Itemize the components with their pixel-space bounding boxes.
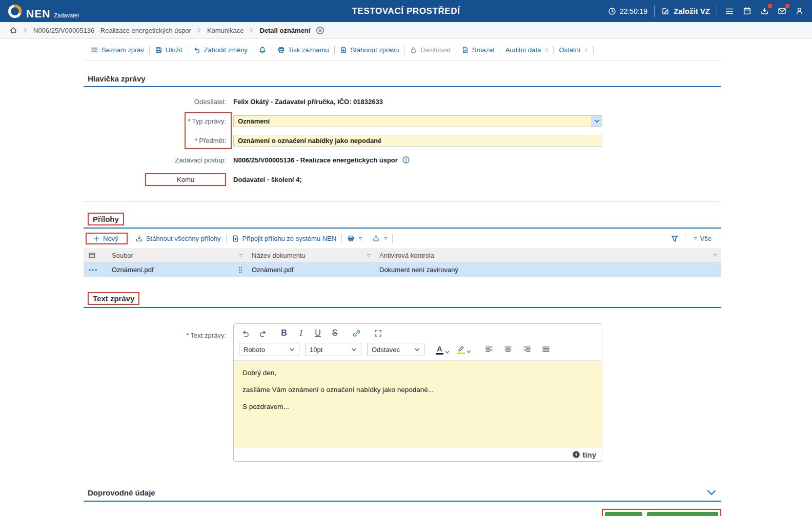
message-type-value: Oznámení — [234, 117, 592, 125]
watchdog-button[interactable] — [253, 46, 272, 54]
messages-button[interactable] — [777, 6, 787, 16]
cell-document-name[interactable]: Oznámení.pdf — [247, 262, 375, 277]
dropdown-triangle-icon: ▽ — [359, 237, 362, 241]
align-justify-button[interactable] — [539, 343, 553, 356]
send-button[interactable]: Odeslat — [605, 512, 642, 516]
subject-input[interactable]: Oznámení o označení nabídky jako nepodan… — [233, 135, 602, 147]
cell-file[interactable]: Oznámení.pdf — [107, 262, 247, 277]
underline-button[interactable]: U — [311, 326, 324, 340]
recipients-button[interactable]: Komu — [145, 173, 226, 186]
section-title: Hlavička zprávy — [88, 74, 146, 83]
other-actions-button[interactable]: Ostatní▽ — [554, 46, 593, 54]
annotation-box-footer-buttons: Odeslat Podepsat a odeslat — [602, 509, 721, 516]
message-list-button[interactable]: Seznam zpráv — [86, 46, 149, 54]
file-delete-icon — [461, 46, 469, 54]
column-filter-icon[interactable]: ▽ — [714, 254, 717, 258]
italic-button[interactable]: I — [294, 326, 308, 340]
chevron-right-icon — [249, 27, 254, 33]
message-type-select[interactable]: Oznámení — [233, 115, 602, 127]
export-attachments-button[interactable]: ▽ — [367, 235, 392, 242]
editor-redo-button[interactable] — [256, 326, 269, 340]
delete-button[interactable]: Smazat — [456, 46, 500, 54]
block-format-select[interactable]: Odstavec — [367, 343, 424, 356]
unlock-icon — [410, 46, 417, 54]
recipients-row: Komu Dodavatel - školení 4; — [84, 173, 721, 186]
print-record-button[interactable]: Tisk záznamu — [272, 46, 334, 54]
sign-and-send-button[interactable]: Podepsat a odeslat — [647, 512, 718, 516]
message-type-row: *Typ zprávy: Oznámení — [84, 115, 721, 127]
downloads-button[interactable] — [759, 6, 770, 16]
chevron-down-icon — [466, 349, 471, 354]
align-center-button[interactable] — [501, 343, 515, 356]
nen-logo[interactable]: NEN Zadavatel — [7, 4, 79, 19]
printer-icon — [277, 46, 285, 54]
subject-row: *Předmět: Oznámení o označení nabídky ja… — [84, 134, 721, 147]
recipients-label-cell: Komu — [84, 173, 230, 186]
info-icon[interactable] — [402, 156, 410, 164]
create-vz-button[interactable]: Založit VZ — [661, 7, 710, 15]
save-button[interactable]: Uložit — [150, 46, 188, 54]
breadcrumb-item-communication[interactable]: Komunikace — [207, 27, 244, 34]
discard-changes-button[interactable]: Zahodit změny — [188, 46, 253, 54]
download-all-attachments-button[interactable]: Stáhnout všechny přílohy — [130, 235, 226, 242]
sender-row: Odesílatel: Felix Okátý - Zadavatel přír… — [84, 95, 721, 108]
plus-icon — [93, 235, 100, 242]
filter-button[interactable] — [669, 235, 680, 243]
chevron-down-icon[interactable] — [706, 487, 717, 498]
breadcrumb-item-procedure[interactable]: N006/25/V00005136 - Realizace energetick… — [33, 27, 191, 34]
editor-undo-button[interactable] — [239, 326, 252, 340]
envelope-icon — [778, 7, 786, 15]
column-header-document-name[interactable]: Název dokumentu ▽ — [247, 249, 375, 262]
close-tab-button[interactable] — [316, 26, 324, 35]
editor-content[interactable]: Dobrý den, zasíláme Vám oznámení o označ… — [234, 361, 602, 448]
download-message-button[interactable]: Stáhnout zprávu — [335, 46, 404, 54]
attach-from-nen-button[interactable]: Připojit přílohu ze systému NEN — [227, 235, 342, 242]
show-all-filter-button[interactable]: ▽ Vše — [691, 235, 714, 242]
grid-icon — [88, 252, 96, 259]
select-dropdown-box[interactable] — [592, 116, 602, 127]
column-header-antivirus[interactable]: Antivirová kontrola ▽ — [375, 249, 721, 262]
accompanying-data-header[interactable]: Doprovodné údaje — [84, 484, 721, 502]
drag-handle-icon[interactable] — [238, 266, 242, 274]
row-actions-cell[interactable] — [84, 262, 107, 277]
main-menu-button[interactable] — [724, 6, 735, 17]
dropdown-triangle-icon: ▽ — [384, 237, 387, 241]
highlight-color-button[interactable] — [456, 344, 472, 355]
calendar-button[interactable] — [742, 6, 753, 16]
column-header-file[interactable]: Soubor ▽ — [107, 249, 247, 262]
strikethrough-button[interactable]: S — [328, 326, 341, 340]
attachment-row[interactable]: Oznámení.pdf Oznámení.pdf Dokument není … — [84, 262, 721, 277]
required-fields-group: *Typ zprávy: Oznámení *Předmět: Oznámení… — [84, 115, 721, 147]
font-size-select[interactable]: 10pt — [305, 343, 361, 356]
table-header-menu-cell[interactable] — [84, 249, 107, 262]
tinymce-brand[interactable]: tiny — [572, 450, 596, 459]
message-text-section: Text zprávy *Text zprávy: B I U S — [84, 291, 721, 462]
rich-text-editor: B I U S Roboto — [233, 323, 602, 462]
new-attachment-button[interactable]: Nový — [88, 235, 124, 242]
message-text-label: *Text zprávy: — [84, 323, 230, 339]
print-attachments-button[interactable]: ▽ — [342, 235, 367, 242]
notification-badge — [768, 4, 772, 8]
user-profile-button[interactable] — [794, 6, 805, 16]
insert-link-button[interactable] — [350, 326, 363, 340]
undo-icon — [193, 46, 201, 54]
download-tray-icon — [760, 7, 769, 15]
attachments-section: Přílohy Nový Stáhnout všechny přílohy Př… — [84, 211, 721, 277]
audit-data-button[interactable]: Auditní data▽ — [500, 46, 554, 54]
text-color-button[interactable]: A — [435, 344, 451, 356]
align-right-button[interactable] — [520, 343, 534, 356]
fullscreen-button[interactable] — [371, 326, 384, 340]
home-button[interactable] — [9, 26, 17, 34]
row-menu-icon — [88, 269, 97, 272]
chevron-down-icon — [414, 347, 420, 353]
column-filter-icon[interactable]: ▽ — [239, 254, 242, 258]
align-left-button[interactable] — [482, 343, 496, 356]
printer-icon — [347, 235, 355, 242]
font-family-select[interactable]: Roboto — [239, 343, 299, 356]
editor-status-bar: tiny — [234, 448, 602, 461]
bold-button[interactable]: B — [277, 326, 291, 340]
column-filter-icon[interactable]: ▽ — [367, 254, 370, 258]
decrypt-button: Dešifrovat — [404, 46, 456, 54]
chevron-down-icon — [289, 347, 295, 353]
dropdown-triangle-icon: ▽ — [545, 48, 548, 52]
